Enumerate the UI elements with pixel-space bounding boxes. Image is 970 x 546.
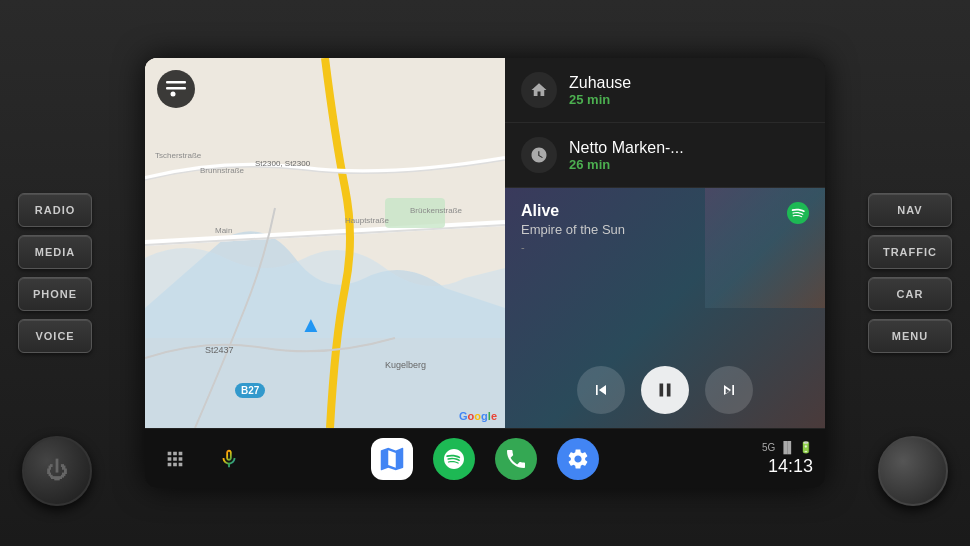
- svg-point-14: [171, 92, 176, 97]
- map-area[interactable]: St2437 St2300, St2300 Main Hauptstraße B…: [145, 58, 505, 428]
- map-navigation-pin: ▲: [300, 312, 322, 338]
- destination-1-card[interactable]: Zuhause 25 min: [505, 58, 825, 123]
- pause-button[interactable]: [641, 366, 689, 414]
- music-title: Alive: [521, 202, 625, 220]
- car-button[interactable]: CAR: [868, 277, 952, 311]
- svg-rect-13: [166, 87, 186, 90]
- traffic-button[interactable]: TRAFFIC: [868, 235, 952, 269]
- power-icon: ⏻: [46, 458, 68, 484]
- svg-text:Brunnstraße: Brunnstraße: [200, 166, 245, 175]
- spotify-logo: [787, 202, 809, 229]
- battery-icon: 🔋: [799, 441, 813, 454]
- music-controls: [521, 366, 809, 414]
- menu-button[interactable]: MENU: [868, 319, 952, 353]
- media-button[interactable]: MEDIA: [18, 235, 92, 269]
- svg-text:St2437: St2437: [205, 345, 234, 355]
- power-knob[interactable]: ⏻: [22, 436, 92, 506]
- status-area: 5G ▐▌ 🔋 14:13: [599, 441, 813, 477]
- screen-right: Zuhause 25 min Netto Marken-... 26 min: [505, 58, 825, 428]
- prev-track-button[interactable]: [577, 366, 625, 414]
- volume-knob[interactable]: [878, 436, 948, 506]
- clock-icon: [521, 137, 557, 173]
- destination-2-name: Netto Marken-...: [569, 139, 809, 157]
- bottom-bar: 5G ▐▌ 🔋 14:13: [145, 428, 825, 488]
- destination-1-time: 25 min: [569, 92, 809, 107]
- signal-indicator: 5G: [762, 442, 775, 453]
- svg-text:Tscherstraße: Tscherstraße: [155, 151, 202, 160]
- phone-button[interactable]: PHONE: [18, 277, 92, 311]
- destination-2-card[interactable]: Netto Marken-... 26 min: [505, 123, 825, 188]
- music-artist: Empire of the Sun: [521, 222, 625, 237]
- svg-text:Kugelberg: Kugelberg: [385, 360, 426, 370]
- music-progress: -: [521, 241, 625, 253]
- radio-button[interactable]: RADIO: [18, 193, 92, 227]
- microphone-icon[interactable]: [211, 441, 247, 477]
- right-panel: NAV TRAFFIC CAR MENU: [868, 193, 952, 353]
- home-icon: [521, 72, 557, 108]
- google-logo: Google: [459, 410, 497, 422]
- maps-app-icon[interactable]: [371, 438, 413, 480]
- map-menu-icon[interactable]: [157, 70, 195, 108]
- car-interior: RADIO MEDIA PHONE VOICE ⏻: [0, 0, 970, 546]
- svg-text:Main: Main: [215, 226, 232, 235]
- nav-button[interactable]: NAV: [868, 193, 952, 227]
- settings-app-icon[interactable]: [557, 438, 599, 480]
- signal-bars: ▐▌: [779, 441, 795, 453]
- destination-1-name: Zuhause: [569, 74, 809, 92]
- svg-text:Hauptstraße: Hauptstraße: [345, 216, 390, 225]
- music-card[interactable]: Alive Empire of the Sun -: [505, 188, 825, 428]
- apps-grid-icon[interactable]: [157, 441, 193, 477]
- svg-rect-12: [166, 81, 186, 84]
- road-label-b27: B27: [235, 383, 265, 398]
- destination-2-info: Netto Marken-... 26 min: [569, 139, 809, 172]
- phone-app-icon[interactable]: [495, 438, 537, 480]
- destination-1-info: Zuhause 25 min: [569, 74, 809, 107]
- destination-2-time: 26 min: [569, 157, 809, 172]
- next-track-button[interactable]: [705, 366, 753, 414]
- voice-button[interactable]: VOICE: [18, 319, 92, 353]
- bottom-left: [157, 441, 371, 477]
- music-info: Alive Empire of the Sun -: [521, 202, 625, 253]
- clock-display: 14:13: [768, 456, 813, 477]
- spotify-app-icon[interactable]: [433, 438, 475, 480]
- left-panel: RADIO MEDIA PHONE VOICE: [18, 193, 92, 353]
- svg-text:St2300, St2300: St2300, St2300: [255, 159, 311, 168]
- app-dock: [371, 438, 599, 480]
- main-screen: St2437 St2300, St2300 Main Hauptstraße B…: [145, 58, 825, 488]
- status-bar: 5G ▐▌ 🔋: [762, 441, 813, 454]
- svg-text:Brückenstraße: Brückenstraße: [410, 206, 463, 215]
